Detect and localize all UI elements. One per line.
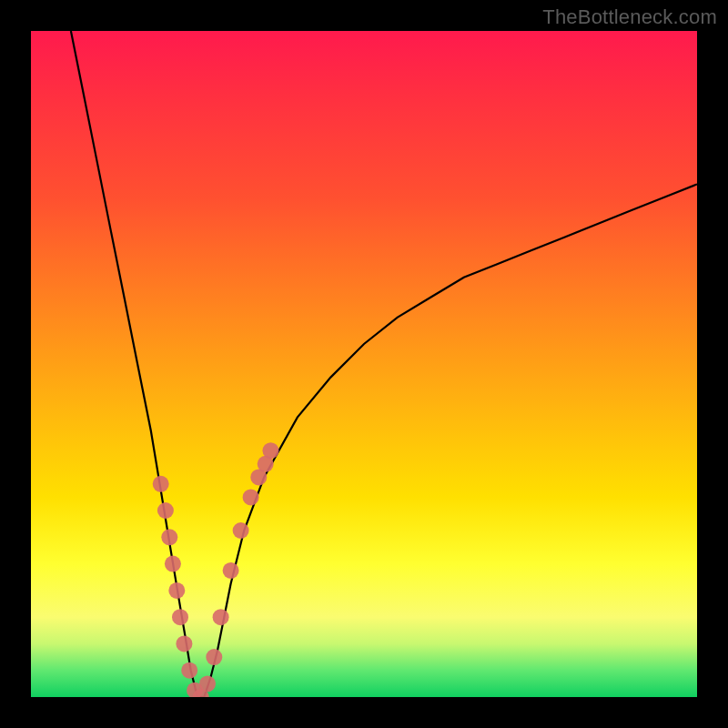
highlight-dot [176,635,192,652]
curve-svg [31,31,697,697]
watermark-text: TheBottleneck.com [542,5,717,29]
highlight-dot [233,522,249,539]
highlight-dot [223,562,239,579]
highlight-dot [172,609,188,625]
highlight-dot [206,649,222,665]
highlight-dot [263,442,279,459]
highlight-dot [199,675,216,692]
chart-frame: TheBottleneck.com [0,0,728,728]
highlight-dot [243,489,259,505]
highlight-dot [168,582,185,599]
bottleneck-curve [71,31,697,697]
highlight-dots [153,442,279,697]
highlight-dot [213,609,229,625]
highlight-dot [153,476,169,492]
highlight-dot [157,502,174,519]
curve-path [71,31,697,697]
highlight-dot [181,662,197,679]
plot-area [31,31,697,697]
highlight-dot [165,556,181,572]
highlight-dot [161,529,177,545]
